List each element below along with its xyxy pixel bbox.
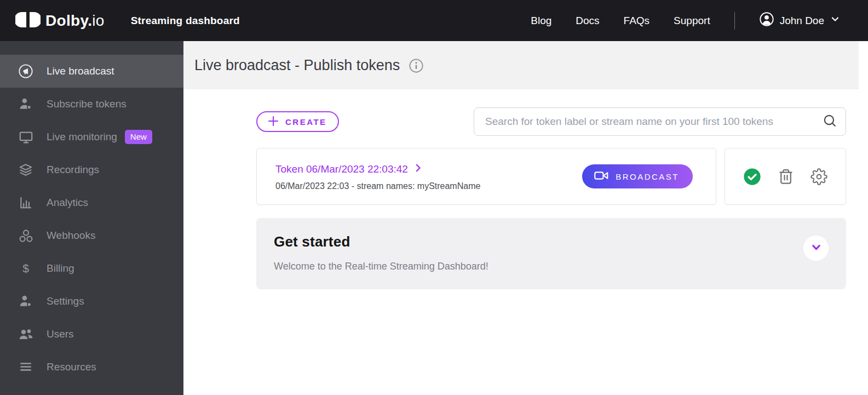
token-link[interactable]: Token 06/Mar/2023 22:03:42 [275,162,424,176]
get-started-panel: Get started Welcome to the Real-time Str… [256,218,846,289]
nav-docs[interactable]: Docs [576,15,599,27]
page-title: Live broadcast - Publish tokens [194,57,400,74]
app-window: Dolby.io Streaming dashboard Blog Docs F… [0,0,868,395]
user-gear-icon [18,294,33,308]
brand-logo[interactable]: Dolby.io [15,12,105,30]
top-header: Dolby.io Streaming dashboard Blog Docs F… [0,0,868,41]
sidebar-item-label: Subscribe tokens [47,98,127,110]
plus-icon [266,114,280,130]
main-content: Live broadcast - Publish tokens [183,41,868,395]
sidebar-item-label: Billing [47,262,74,274]
delete-icon[interactable] [778,168,794,185]
search-input[interactable] [485,116,823,128]
app-shell: Live broadcast Subscribe tokens [0,41,868,395]
sidebar-item-label: Users [47,328,74,340]
sidebar: Live broadcast Subscribe tokens [0,41,183,395]
bar-chart-icon [18,196,33,210]
token-actions-card [725,148,846,205]
sidebar-item-billing[interactable]: $ Billing [0,252,183,285]
user-menu[interactable]: John Doe [759,12,841,30]
header-divider [734,12,735,30]
header-nav: Blog Docs FAQs Support John Doe [531,12,841,30]
broadcast-icon [18,64,33,79]
webhook-icon [18,228,33,243]
layers-icon [18,163,33,177]
token-title: Token 06/Mar/2023 22:03:42 [275,163,408,175]
sidebar-item-webhooks[interactable]: Webhooks [0,219,183,252]
get-started-subtitle: Welcome to the Real-time Streaming Dashb… [274,261,488,272]
new-badge: New [125,130,152,144]
avatar-icon [759,12,774,30]
nav-faqs[interactable]: FAQs [624,15,650,27]
token-info: Token 06/Mar/2023 22:03:42 06/Mar/2023 2… [275,162,480,191]
sidebar-item-label: Recordings [47,164,99,176]
page-title-band: Live broadcast - Publish tokens [183,41,859,89]
nav-support[interactable]: Support [674,15,710,27]
sidebar-item-settings[interactable]: Settings [0,285,183,318]
token-card: Token 06/Mar/2023 22:03:42 06/Mar/2023 2… [256,148,716,205]
sidebar-item-label: Analytics [47,197,88,209]
sidebar-item-recordings[interactable]: Recordings [0,153,183,186]
settings-gear-icon[interactable] [810,168,827,185]
broadcast-button[interactable]: BROADCAST [582,164,693,188]
sidebar-item-label: Webhooks [47,230,95,242]
get-started-title: Get started [274,233,488,250]
info-icon[interactable] [408,58,424,74]
token-row: Token 06/Mar/2023 22:03:42 06/Mar/2023 2… [256,148,846,205]
active-status-icon[interactable] [743,168,761,186]
video-camera-icon [594,168,608,185]
users-icon [18,327,33,342]
dolby-logo-icon [15,12,41,30]
monitor-icon [18,130,33,145]
list-icon [18,360,33,374]
get-started-text: Get started Welcome to the Real-time Str… [274,233,488,272]
dollar-icon: $ [18,262,33,275]
sidebar-item-label: Settings [47,295,84,307]
sidebar-item-label: Live monitoring [47,131,117,143]
sidebar-item-subscribe-tokens[interactable]: Subscribe tokens [0,88,183,121]
brand-name: Dolby.io [45,12,105,30]
search-icon[interactable] [823,113,837,130]
sidebar-item-users[interactable]: Users [0,318,183,351]
subscriber-icon [18,97,33,111]
nav-blog[interactable]: Blog [531,15,551,27]
sidebar-item-analytics[interactable]: Analytics [0,186,183,219]
search-box [474,107,846,136]
create-label: CREATE [285,117,327,127]
sidebar-item-label: Live broadcast [47,65,114,77]
sidebar-item-label: Resources [47,361,96,373]
expand-button[interactable] [803,236,829,261]
token-subtitle: 06/Mar/2023 22:03 - stream names: myStre… [275,181,480,191]
app-title: Streaming dashboard [131,15,240,27]
create-button[interactable]: CREATE [256,111,339,132]
chevron-down-icon [830,14,841,27]
toolbar: CREATE [256,107,846,136]
chevron-down-icon [809,241,823,256]
sidebar-item-resources[interactable]: Resources [0,351,183,383]
content-area: CREATE [183,89,868,289]
sidebar-item-live-broadcast[interactable]: Live broadcast [0,55,183,88]
chevron-right-icon [412,162,424,176]
sidebar-item-live-monitoring[interactable]: Live monitoring New [0,121,183,153]
broadcast-label: BROADCAST [616,172,679,181]
user-name: John Doe [780,15,824,27]
